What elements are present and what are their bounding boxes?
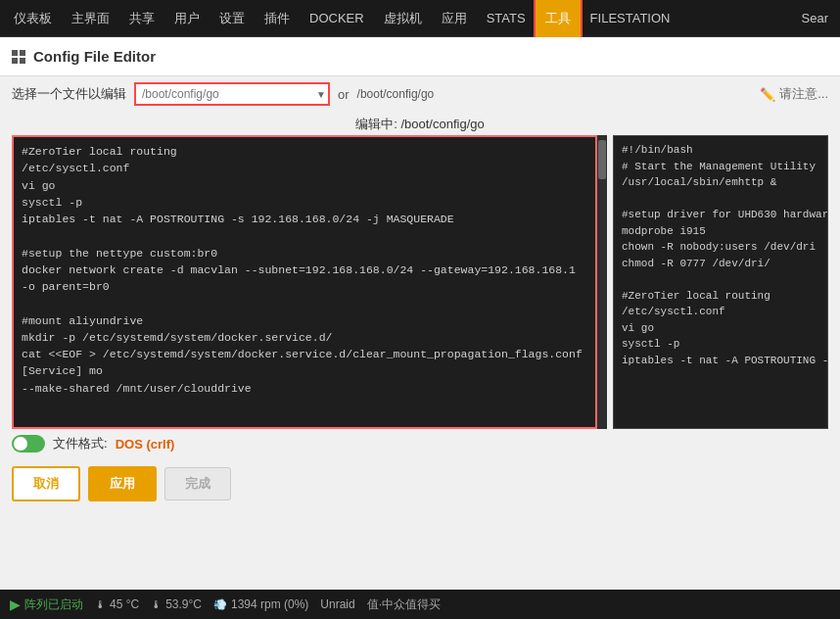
temp2-status: 🌡 53.9°C [151, 597, 202, 611]
done-button[interactable]: 完成 [164, 467, 231, 500]
app-header: Config File Editor [0, 37, 840, 76]
app-title-wrapper: Config File Editor [12, 48, 156, 65]
cancel-button[interactable]: 取消 [12, 466, 80, 501]
nav-search-label[interactable]: Sear [794, 11, 836, 25]
format-label: 文件格式: [53, 435, 108, 452]
nav-vms[interactable]: 虚拟机 [374, 0, 432, 37]
main-editor-textarea[interactable]: #ZeroTier local routing /etc/sysctl.conf… [14, 137, 595, 427]
file-selector-row: 选择一个文件以编辑 ▼ or /boot/config/go ✏️ 请注意... [0, 76, 840, 112]
nav-stats[interactable]: STATS [477, 0, 536, 37]
rpm-value: 1394 rpm (0%) [231, 597, 308, 611]
thermometer2-icon: 🌡 [151, 598, 162, 610]
page-wrapper: 仪表板 主界面 共享 用户 设置 插件 DOCKER 虚拟机 应用 STATS … [0, 0, 840, 619]
nav-settings[interactable]: 设置 [210, 0, 255, 37]
top-nav: 仪表板 主界面 共享 用户 设置 插件 DOCKER 虚拟机 应用 STATS … [0, 0, 840, 37]
format-value: DOS (crlf) [116, 437, 175, 452]
nav-filestation[interactable]: FILESTATION [581, 0, 680, 37]
nav-apps[interactable]: 应用 [432, 0, 477, 37]
apply-button[interactable]: 应用 [88, 466, 157, 501]
nav-user[interactable]: 用户 [164, 0, 210, 37]
app-title-text: Config File Editor [33, 48, 156, 65]
file-input-wrapper: ▼ [134, 82, 330, 106]
editing-label: 编辑中: /boot/config/go [0, 112, 840, 135]
thermometer-icon: 🌡 [95, 598, 106, 610]
editor-scrollbar[interactable] [597, 135, 607, 429]
or-path-text: /boot/config/go [357, 87, 435, 101]
note-button[interactable]: ✏️ 请注意... [760, 85, 828, 103]
unraid-label: Unraid [320, 597, 354, 611]
unraid-info: Unraid [320, 597, 354, 611]
nav-docker[interactable]: DOCKER [300, 0, 374, 37]
nav-plugins[interactable]: 插件 [255, 0, 300, 37]
file-path-input[interactable] [134, 82, 330, 106]
temp2-value: 53.9°C [165, 597, 202, 611]
editor-main: #ZeroTier local routing /etc/sysctl.conf… [12, 135, 597, 429]
temp1-status: 🌡 45 °C [95, 597, 139, 611]
format-row: 文件格式: DOS (crlf) [0, 429, 840, 458]
file-selector-label: 选择一个文件以编辑 [12, 85, 126, 103]
nav-tools[interactable]: 工具 [536, 0, 581, 37]
editor-area: #ZeroTier local routing /etc/sysctl.conf… [0, 135, 840, 429]
content-wrapper: 选择一个文件以编辑 ▼ or /boot/config/go ✏️ 请注意...… [0, 76, 840, 619]
array-label: 阵列已启动 [24, 596, 83, 613]
extra-label: 值·中众值得买 [367, 596, 441, 613]
editor-sidebar: #!/bin/bash # Start the Management Utili… [613, 135, 828, 429]
scrollbar-thumb[interactable] [598, 140, 606, 179]
nav-dashboard[interactable]: 仪表板 [4, 0, 62, 37]
fan-icon: 💨 [213, 598, 227, 611]
statusbar: ▶ 阵列已启动 🌡 45 °C 🌡 53.9°C 💨 1394 rpm (0%)… [0, 590, 840, 619]
nav-main[interactable]: 主界面 [62, 0, 119, 37]
edit-icon: ✏️ [760, 87, 775, 102]
extra-info: 值·中众值得买 [367, 596, 441, 613]
rpm-status: 💨 1394 rpm (0%) [213, 597, 308, 611]
buttons-row: 取消 应用 完成 [0, 458, 840, 509]
nav-share[interactable]: 共享 [119, 0, 164, 37]
format-toggle[interactable] [12, 435, 45, 452]
grid-icon [12, 50, 25, 64]
sidebar-content: #!/bin/bash # Start the Management Utili… [614, 136, 827, 374]
array-status: ▶ 阵列已启动 [10, 596, 83, 613]
note-label: 请注意... [779, 85, 828, 103]
temp1-value: 45 °C [110, 597, 139, 611]
play-icon: ▶ [10, 596, 21, 612]
dropdown-arrow-icon[interactable]: ▼ [316, 89, 326, 100]
or-text: or [338, 87, 350, 102]
